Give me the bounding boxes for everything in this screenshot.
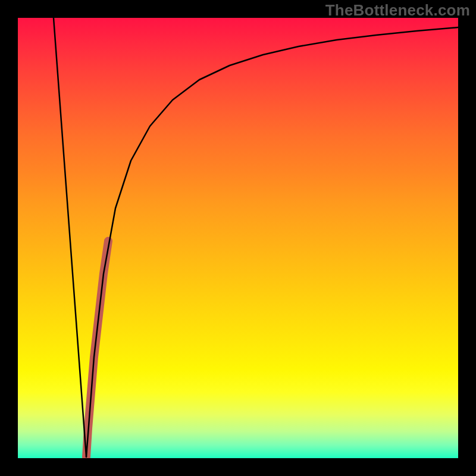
- rising-curve: [86, 27, 458, 457]
- watermark-label: TheBottleneck.com: [325, 1, 470, 20]
- highlight-segment: [86, 241, 108, 457]
- chart-frame: TheBottleneck.com: [0, 0, 476, 476]
- curve-svg: [18, 18, 458, 458]
- plot-area: [18, 18, 458, 458]
- falling-line: [54, 18, 86, 457]
